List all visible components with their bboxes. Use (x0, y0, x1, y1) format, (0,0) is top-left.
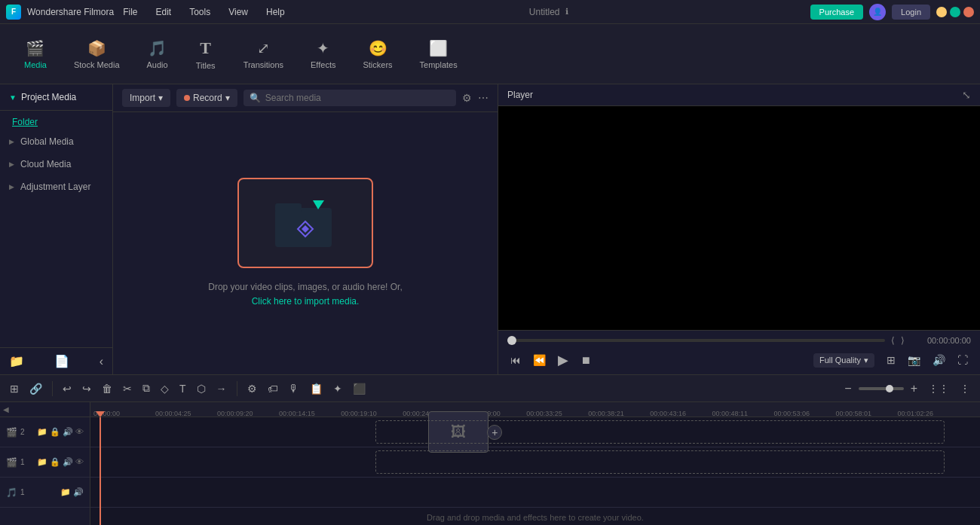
filter-icon[interactable]: ⚙ (462, 92, 472, 104)
import-link[interactable]: Click here to import media. (252, 296, 360, 307)
import-label: Import (130, 93, 155, 103)
menu-help[interactable]: Help (263, 5, 288, 19)
clip-button[interactable]: 📋 (306, 380, 326, 397)
video2-icon: 🎬 (6, 427, 17, 438)
drop-zone[interactable] (237, 178, 373, 268)
video1-eye-icon[interactable]: 👁 (75, 457, 84, 467)
import-button[interactable]: Import ▾ (122, 89, 170, 107)
track-lane-video1[interactable] (90, 447, 980, 478)
menu-view[interactable]: View (225, 5, 251, 19)
video2-folder-icon[interactable]: 📁 (37, 427, 47, 437)
marker-button[interactable]: 🏷 (264, 380, 282, 397)
video2-volume-icon[interactable]: 🔊 (63, 427, 73, 437)
folder-link[interactable]: Folder (0, 114, 112, 130)
toolbar-templates[interactable]: ⬜ Templates (408, 33, 470, 75)
main-content: ▼ Project Media Folder ▶ Global Media ▶ … (0, 84, 980, 374)
text-button[interactable]: T (176, 380, 190, 397)
user-avatar[interactable]: 👤 (869, 4, 886, 20)
ruler-spacer: ◀ (0, 402, 90, 417)
collapse-icon[interactable]: ‹ (100, 355, 103, 368)
zoom-in-button[interactable]: + (907, 380, 921, 398)
rewind-button[interactable]: ⏮ (507, 353, 524, 368)
delete-button[interactable]: 🗑 (98, 380, 116, 397)
toolbar-audio[interactable]: 🎵 Audio (135, 33, 180, 75)
frame-back-icon[interactable]: ⟨ (891, 335, 895, 346)
progress-handle[interactable] (507, 336, 516, 345)
crop-button[interactable]: ◇ (157, 380, 173, 397)
undo-button[interactable]: ↩ (59, 380, 75, 397)
panel-item-adjustment-layer[interactable]: ▶ Adjustment Layer (0, 176, 112, 198)
transform-button[interactable]: ⬡ (193, 380, 210, 397)
add-folder-icon[interactable]: 📁 (9, 354, 24, 368)
close-button[interactable] (963, 7, 974, 17)
progress-bar[interactable] (507, 339, 885, 342)
fullscreen-button[interactable]: ⛶ (954, 353, 971, 368)
video1-folder-icon[interactable]: 📁 (37, 457, 47, 467)
extra-button[interactable]: ⋮ (956, 380, 974, 397)
volume-button[interactable]: 🔊 (929, 353, 948, 368)
toolbar-stickers[interactable]: 😊 Stickers (351, 33, 404, 75)
video2-eye-icon[interactable]: 👁 (75, 427, 84, 437)
redo-button[interactable]: ↪ (78, 380, 95, 397)
toolbar-media[interactable]: 🎬 Media (12, 33, 59, 75)
copy-button[interactable]: ⧉ (139, 380, 154, 397)
menu-edit[interactable]: Edit (153, 5, 175, 19)
panel-item-global-media[interactable]: ▶ Global Media (0, 130, 112, 153)
search-input[interactable] (265, 93, 450, 103)
track-lane-video2[interactable]: 🖼 + (90, 417, 980, 447)
quality-dropdown[interactable]: Full Quality ▾ (813, 353, 874, 368)
drop-hint-video1[interactable] (375, 450, 945, 474)
panel-item-cloud-media[interactable]: ▶ Cloud Media (0, 153, 112, 176)
new-item-icon[interactable]: 📄 (54, 354, 69, 368)
snapshot-button[interactable]: 📷 (905, 353, 923, 368)
time-display: 00:00:00:00 (911, 336, 971, 345)
timeline-grid-button[interactable]: ⊞ (6, 380, 23, 397)
effect-button[interactable]: ✦ (329, 380, 346, 397)
video1-lock-icon[interactable]: 🔒 (50, 457, 60, 467)
media-label: Media (24, 60, 47, 69)
player-expand-icon[interactable]: ⤡ (962, 89, 971, 101)
login-button[interactable]: Login (892, 5, 930, 20)
more-options-icon[interactable]: ⋯ (478, 92, 488, 104)
toolbar-titles[interactable]: T Titles (183, 32, 228, 76)
insert-button[interactable]: ⬛ (349, 380, 369, 397)
record-label: Record (193, 93, 222, 103)
play-button[interactable]: ▶ (555, 350, 571, 370)
more-button[interactable]: ⋮⋮ (924, 380, 953, 397)
media-panel: Import ▾ Record ▾ 🔍 ⚙ ⋯ (113, 84, 498, 374)
audio1-volume-icon[interactable]: 🔊 (73, 487, 84, 497)
video1-volume-icon[interactable]: 🔊 (63, 457, 73, 467)
maximize-button[interactable] (950, 7, 960, 17)
toolbar-effects[interactable]: ✦ Effects (299, 33, 348, 75)
svg-rect-1 (275, 203, 302, 212)
purchase-button[interactable]: Purchase (810, 5, 863, 20)
minimize-button[interactable] (936, 7, 947, 17)
menu-file[interactable]: File (120, 5, 140, 19)
project-title: Untitled (529, 7, 560, 17)
info-icon[interactable]: ℹ (565, 7, 568, 17)
zoom-out-button[interactable]: − (841, 380, 855, 398)
menu-tools[interactable]: Tools (186, 5, 213, 19)
panel-header: ▼ Project Media (0, 84, 112, 111)
track-lane-audio1[interactable] (90, 478, 980, 508)
ruler-mark-8: 00:00:38:21 (588, 410, 624, 417)
frame-back-button[interactable]: ⏪ (530, 353, 549, 368)
video2-lock-icon[interactable]: 🔒 (50, 427, 60, 437)
effects-icon: ✦ (317, 39, 329, 57)
zoom-slider[interactable] (859, 387, 904, 390)
quality-dropdown-arrow: ▾ (864, 356, 868, 365)
toolbar-stock-media[interactable]: 📦 Stock Media (62, 33, 132, 75)
cut-button[interactable]: ✂ (119, 380, 136, 397)
fit-screen-button[interactable]: ⊞ (884, 353, 899, 368)
toolbar-transitions[interactable]: ⤢ Transitions (231, 33, 296, 75)
record-button[interactable]: Record ▾ (176, 89, 237, 107)
drop-hint-video2[interactable] (375, 420, 945, 444)
frame-forward-icon[interactable]: ⟩ (901, 335, 905, 346)
mic-button[interactable]: 🎙 (285, 380, 303, 397)
audio1-folder-icon[interactable]: 📁 (60, 487, 71, 497)
settings-button[interactable]: ⚙ (243, 380, 261, 397)
stop-button[interactable]: ⏹ (577, 353, 594, 368)
split-button[interactable]: → (213, 380, 231, 397)
audio1-icon: 🎵 (6, 487, 17, 498)
timeline-link-button[interactable]: 🔗 (26, 380, 46, 397)
